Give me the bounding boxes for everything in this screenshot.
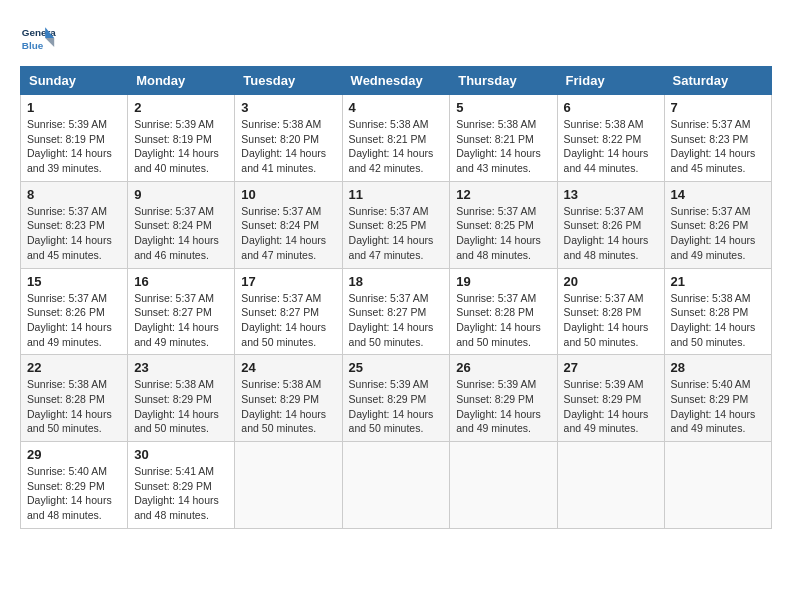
calendar-cell: 7Sunrise: 5:37 AMSunset: 8:23 PMDaylight… <box>664 95 771 182</box>
calendar-body: 1Sunrise: 5:39 AMSunset: 8:19 PMDaylight… <box>21 95 772 529</box>
calendar-cell: 5Sunrise: 5:38 AMSunset: 8:21 PMDaylight… <box>450 95 557 182</box>
calendar-cell: 6Sunrise: 5:38 AMSunset: 8:22 PMDaylight… <box>557 95 664 182</box>
calendar-cell: 10Sunrise: 5:37 AMSunset: 8:24 PMDayligh… <box>235 181 342 268</box>
day-info: Sunrise: 5:38 AMSunset: 8:21 PMDaylight:… <box>349 117 444 176</box>
day-number: 26 <box>456 360 550 375</box>
day-number: 19 <box>456 274 550 289</box>
calendar-cell: 4Sunrise: 5:38 AMSunset: 8:21 PMDaylight… <box>342 95 450 182</box>
day-info: Sunrise: 5:37 AMSunset: 8:27 PMDaylight:… <box>241 291 335 350</box>
calendar-cell: 29Sunrise: 5:40 AMSunset: 8:29 PMDayligh… <box>21 442 128 529</box>
day-info: Sunrise: 5:40 AMSunset: 8:29 PMDaylight:… <box>671 377 765 436</box>
calendar-cell <box>342 442 450 529</box>
svg-marker-3 <box>45 38 54 47</box>
day-number: 28 <box>671 360 765 375</box>
day-info: Sunrise: 5:37 AMSunset: 8:28 PMDaylight:… <box>564 291 658 350</box>
header-saturday: Saturday <box>664 67 771 95</box>
calendar-cell <box>557 442 664 529</box>
day-number: 9 <box>134 187 228 202</box>
day-info: Sunrise: 5:37 AMSunset: 8:23 PMDaylight:… <box>671 117 765 176</box>
day-info: Sunrise: 5:38 AMSunset: 8:22 PMDaylight:… <box>564 117 658 176</box>
calendar-cell: 28Sunrise: 5:40 AMSunset: 8:29 PMDayligh… <box>664 355 771 442</box>
day-number: 15 <box>27 274 121 289</box>
day-info: Sunrise: 5:38 AMSunset: 8:29 PMDaylight:… <box>241 377 335 436</box>
header-monday: Monday <box>128 67 235 95</box>
day-number: 20 <box>564 274 658 289</box>
calendar-cell: 9Sunrise: 5:37 AMSunset: 8:24 PMDaylight… <box>128 181 235 268</box>
day-number: 10 <box>241 187 335 202</box>
calendar-cell: 20Sunrise: 5:37 AMSunset: 8:28 PMDayligh… <box>557 268 664 355</box>
calendar-cell: 1Sunrise: 5:39 AMSunset: 8:19 PMDaylight… <box>21 95 128 182</box>
calendar-cell: 19Sunrise: 5:37 AMSunset: 8:28 PMDayligh… <box>450 268 557 355</box>
day-info: Sunrise: 5:37 AMSunset: 8:26 PMDaylight:… <box>671 204 765 263</box>
calendar-cell: 3Sunrise: 5:38 AMSunset: 8:20 PMDaylight… <box>235 95 342 182</box>
calendar-cell: 13Sunrise: 5:37 AMSunset: 8:26 PMDayligh… <box>557 181 664 268</box>
calendar-table: SundayMondayTuesdayWednesdayThursdayFrid… <box>20 66 772 529</box>
week-row-3: 15Sunrise: 5:37 AMSunset: 8:26 PMDayligh… <box>21 268 772 355</box>
day-number: 4 <box>349 100 444 115</box>
day-info: Sunrise: 5:38 AMSunset: 8:28 PMDaylight:… <box>27 377 121 436</box>
day-number: 30 <box>134 447 228 462</box>
header-thursday: Thursday <box>450 67 557 95</box>
calendar-cell: 24Sunrise: 5:38 AMSunset: 8:29 PMDayligh… <box>235 355 342 442</box>
header-row: SundayMondayTuesdayWednesdayThursdayFrid… <box>21 67 772 95</box>
calendar-cell: 8Sunrise: 5:37 AMSunset: 8:23 PMDaylight… <box>21 181 128 268</box>
day-info: Sunrise: 5:40 AMSunset: 8:29 PMDaylight:… <box>27 464 121 523</box>
calendar-cell: 30Sunrise: 5:41 AMSunset: 8:29 PMDayligh… <box>128 442 235 529</box>
day-number: 23 <box>134 360 228 375</box>
header-friday: Friday <box>557 67 664 95</box>
calendar-cell: 21Sunrise: 5:38 AMSunset: 8:28 PMDayligh… <box>664 268 771 355</box>
day-number: 3 <box>241 100 335 115</box>
header-tuesday: Tuesday <box>235 67 342 95</box>
day-number: 27 <box>564 360 658 375</box>
calendar-cell: 11Sunrise: 5:37 AMSunset: 8:25 PMDayligh… <box>342 181 450 268</box>
day-number: 21 <box>671 274 765 289</box>
day-number: 22 <box>27 360 121 375</box>
calendar-cell: 16Sunrise: 5:37 AMSunset: 8:27 PMDayligh… <box>128 268 235 355</box>
header-wednesday: Wednesday <box>342 67 450 95</box>
day-number: 14 <box>671 187 765 202</box>
day-number: 25 <box>349 360 444 375</box>
calendar-cell: 23Sunrise: 5:38 AMSunset: 8:29 PMDayligh… <box>128 355 235 442</box>
calendar-cell: 22Sunrise: 5:38 AMSunset: 8:28 PMDayligh… <box>21 355 128 442</box>
day-number: 8 <box>27 187 121 202</box>
day-info: Sunrise: 5:37 AMSunset: 8:26 PMDaylight:… <box>27 291 121 350</box>
calendar-cell: 2Sunrise: 5:39 AMSunset: 8:19 PMDaylight… <box>128 95 235 182</box>
calendar-cell: 25Sunrise: 5:39 AMSunset: 8:29 PMDayligh… <box>342 355 450 442</box>
day-info: Sunrise: 5:37 AMSunset: 8:24 PMDaylight:… <box>241 204 335 263</box>
calendar-cell: 17Sunrise: 5:37 AMSunset: 8:27 PMDayligh… <box>235 268 342 355</box>
day-info: Sunrise: 5:39 AMSunset: 8:19 PMDaylight:… <box>27 117 121 176</box>
calendar-cell: 18Sunrise: 5:37 AMSunset: 8:27 PMDayligh… <box>342 268 450 355</box>
day-number: 1 <box>27 100 121 115</box>
day-info: Sunrise: 5:39 AMSunset: 8:29 PMDaylight:… <box>564 377 658 436</box>
day-number: 12 <box>456 187 550 202</box>
day-info: Sunrise: 5:37 AMSunset: 8:24 PMDaylight:… <box>134 204 228 263</box>
day-info: Sunrise: 5:38 AMSunset: 8:28 PMDaylight:… <box>671 291 765 350</box>
day-number: 6 <box>564 100 658 115</box>
calendar-cell <box>450 442 557 529</box>
day-info: Sunrise: 5:37 AMSunset: 8:28 PMDaylight:… <box>456 291 550 350</box>
calendar-cell: 12Sunrise: 5:37 AMSunset: 8:25 PMDayligh… <box>450 181 557 268</box>
week-row-2: 8Sunrise: 5:37 AMSunset: 8:23 PMDaylight… <box>21 181 772 268</box>
week-row-5: 29Sunrise: 5:40 AMSunset: 8:29 PMDayligh… <box>21 442 772 529</box>
day-number: 2 <box>134 100 228 115</box>
day-number: 18 <box>349 274 444 289</box>
day-info: Sunrise: 5:37 AMSunset: 8:26 PMDaylight:… <box>564 204 658 263</box>
day-info: Sunrise: 5:41 AMSunset: 8:29 PMDaylight:… <box>134 464 228 523</box>
day-info: Sunrise: 5:38 AMSunset: 8:29 PMDaylight:… <box>134 377 228 436</box>
day-number: 24 <box>241 360 335 375</box>
day-info: Sunrise: 5:38 AMSunset: 8:21 PMDaylight:… <box>456 117 550 176</box>
day-info: Sunrise: 5:37 AMSunset: 8:25 PMDaylight:… <box>349 204 444 263</box>
calendar-header: SundayMondayTuesdayWednesdayThursdayFrid… <box>21 67 772 95</box>
day-number: 7 <box>671 100 765 115</box>
calendar-cell: 15Sunrise: 5:37 AMSunset: 8:26 PMDayligh… <box>21 268 128 355</box>
header-sunday: Sunday <box>21 67 128 95</box>
day-number: 29 <box>27 447 121 462</box>
day-info: Sunrise: 5:37 AMSunset: 8:25 PMDaylight:… <box>456 204 550 263</box>
calendar-cell <box>235 442 342 529</box>
day-info: Sunrise: 5:39 AMSunset: 8:19 PMDaylight:… <box>134 117 228 176</box>
calendar-cell <box>664 442 771 529</box>
logo: General Blue <box>20 20 56 56</box>
day-number: 5 <box>456 100 550 115</box>
week-row-1: 1Sunrise: 5:39 AMSunset: 8:19 PMDaylight… <box>21 95 772 182</box>
day-number: 13 <box>564 187 658 202</box>
